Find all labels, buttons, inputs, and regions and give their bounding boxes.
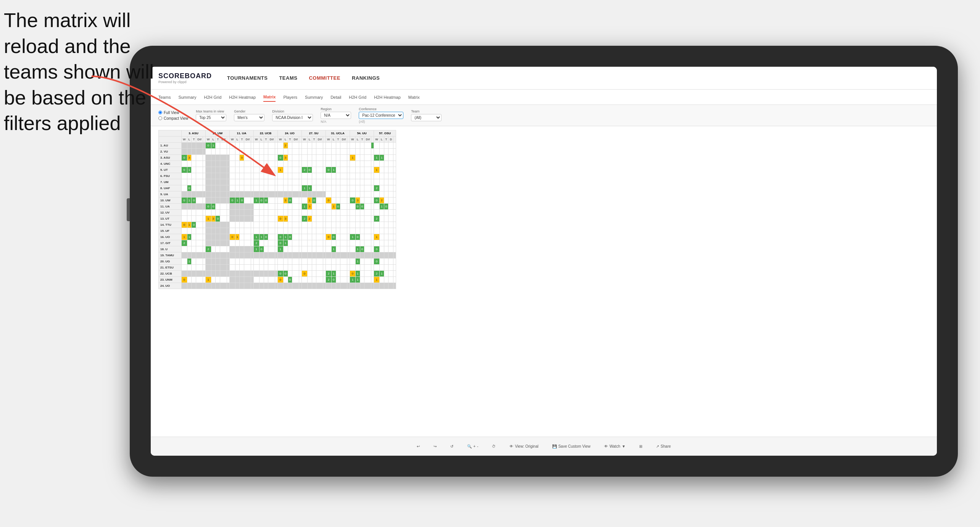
subnav-summary[interactable]: Summary: [178, 93, 196, 101]
reset-button[interactable]: ↺: [447, 443, 456, 450]
matrix-cell: 2: [326, 271, 332, 277]
matrix-cell: [364, 143, 371, 149]
matrix-cell: [227, 155, 230, 161]
matrix-cell: [240, 167, 244, 173]
subnav-h2h-heatmap[interactable]: H2H Heatmap: [229, 93, 256, 101]
matrix-cell: [340, 143, 347, 149]
zoom-controls[interactable]: 🔍 + -: [464, 443, 481, 450]
matrix-cell: [275, 277, 278, 283]
subnav-detail[interactable]: Detail: [330, 93, 341, 101]
table-row: 4. UNC: [159, 161, 396, 167]
nav-tournaments[interactable]: TOURNAMENTS: [227, 73, 268, 83]
matrix-cell: [340, 155, 347, 161]
grid-button[interactable]: ⊞: [636, 443, 645, 450]
matrix-cell: [323, 240, 326, 246]
matrix-cell: [312, 179, 316, 185]
matrix-cell: [312, 246, 316, 252]
subnav-h2h-grid2[interactable]: H2H Grid: [349, 93, 366, 101]
matrix-cell: [371, 222, 374, 228]
matrix-cell: [211, 222, 216, 228]
matrix-cell: [347, 167, 350, 173]
nav-teams[interactable]: TEAMS: [279, 73, 297, 83]
matrix-cell: [302, 222, 308, 228]
matrix-cell: [227, 240, 230, 246]
matrix-cell: 0: [182, 167, 187, 173]
gender-select[interactable]: Men's Women's: [234, 114, 264, 121]
matrix-cell: [299, 167, 302, 173]
matrix-cell: [384, 265, 388, 271]
matrix-cell: [244, 246, 251, 252]
matrix-cell: [355, 216, 360, 222]
matrix-cell: [350, 216, 356, 222]
matrix-cell: [388, 259, 393, 265]
matrix-cell: [374, 204, 380, 210]
matrix-cell: [326, 143, 332, 149]
team-select[interactable]: (All): [411, 114, 442, 121]
subnav-h2h-heatmap2[interactable]: H2H Heatmap: [374, 93, 401, 101]
matrix-cell: [388, 216, 393, 222]
nav-rankings[interactable]: RANKINGS: [352, 73, 380, 83]
matrix-cell: [196, 167, 203, 173]
subnav-matrix[interactable]: Matrix: [263, 93, 276, 102]
matrix-cell: [288, 240, 292, 246]
matrix-cell: [371, 283, 374, 289]
save-custom-button[interactable]: 💾 Save Custom View: [549, 443, 593, 450]
matrix-cell: [235, 204, 240, 210]
undo-button[interactable]: ↩: [414, 443, 423, 450]
matrix-cell: 0: [230, 234, 235, 240]
subnav-summary2[interactable]: Summary: [305, 93, 323, 101]
redo-button[interactable]: ↪: [430, 443, 440, 450]
subnav-h2h-grid[interactable]: H2H Grid: [204, 93, 221, 101]
matrix-cell: [259, 173, 264, 179]
share-button[interactable]: ↗ Share: [653, 443, 674, 450]
matrix-cell: [244, 143, 251, 149]
matrix-cell: [187, 240, 192, 246]
matrix-cell: [220, 283, 227, 289]
matrix-cell: [371, 173, 374, 179]
matrix-cell: [283, 210, 288, 216]
matrix-cell: [326, 191, 332, 198]
matrix-cell: [364, 240, 371, 246]
matrix-cell: [355, 179, 360, 185]
matrix-cell: [292, 283, 299, 289]
matrix-cell: [244, 173, 251, 179]
view-original-button[interactable]: 👁 View: Original: [506, 443, 542, 450]
nav-committee[interactable]: COMMITTEE: [309, 73, 340, 83]
timer-button[interactable]: ⏱: [489, 443, 499, 450]
matrix-cell: [220, 161, 227, 167]
matrix-cell: [393, 191, 396, 198]
matrix-cell: [384, 198, 388, 204]
matrix-cell: [355, 143, 360, 149]
matrix-cell: 1: [331, 204, 336, 210]
matrix-cell: [259, 167, 264, 173]
matrix-cell: [216, 265, 220, 271]
watch-button[interactable]: 👁 Watch ▼: [601, 443, 629, 450]
region-select[interactable]: N/A West East: [321, 112, 351, 119]
matrix-cell: [316, 265, 323, 271]
gender-filter: Gender Men's Women's: [234, 109, 264, 121]
matrix-cell: [244, 167, 251, 173]
matrix-cell: [182, 161, 187, 167]
matrix-cell: [302, 143, 308, 149]
team-name-cell: 4. UNC: [159, 161, 182, 167]
matrix-cell: [331, 143, 336, 149]
matrix-cell: [312, 161, 316, 167]
matrix-cell: [227, 271, 230, 277]
matrix-cell: [340, 228, 347, 234]
matrix-cell: [254, 173, 260, 179]
matrix-cell: [251, 228, 254, 234]
subnav-matrix2[interactable]: Matrix: [408, 93, 420, 101]
matrix-cell: [220, 246, 227, 252]
matrix-cell: [259, 271, 264, 277]
division-select[interactable]: NCAA Division I NCAA Division II NCAA Di…: [272, 114, 313, 121]
matrix-cell: [216, 246, 220, 252]
conference-select[interactable]: Pac-12 Conference (All) ACC Big Ten: [359, 112, 403, 119]
matrix-cell: [312, 210, 316, 216]
max-teams-select[interactable]: Top 25 Top 10 All: [196, 114, 226, 121]
matrix-cell: [182, 283, 187, 289]
matrix-cell: 0: [360, 204, 364, 210]
matrix-cell: [251, 185, 254, 191]
subnav-players[interactable]: Players: [283, 93, 297, 101]
matrix-cell: [244, 210, 251, 216]
matrix-scroll-area[interactable]: 3. ASU 10. UW 11. UA 22. UCB 24. UO 27. …: [151, 126, 937, 437]
